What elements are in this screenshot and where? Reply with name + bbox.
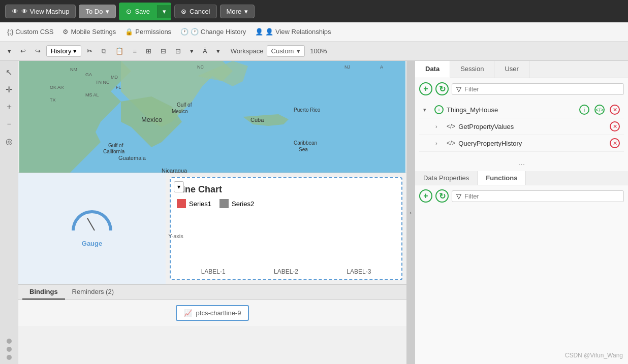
third-toolbar: ▾ ↩ ↪ History ▾ ✂ ⧉ 📋 ≡ ⊞ ⊟ ⊡ ▾ Ā ▾ Work… [0,42,628,61]
more-button[interactable]: More ▾ [220,5,255,18]
cancel-icon: ⊗ [181,8,186,15]
todo-chevron-icon: ▾ [106,8,109,15]
tab-data-properties[interactable]: Data Properties [415,171,478,185]
scroll-indicator-mid [7,347,12,352]
add-data-button[interactable]: + [419,82,432,95]
todo-label: To Do [85,8,103,15]
svg-text:OK AR: OK AR [50,85,64,90]
subtract-tool-icon[interactable]: － [2,117,16,131]
remove-qph-button[interactable]: ✕ [610,138,620,148]
right-panel-collapse[interactable]: › [406,61,415,364]
reminders-tab[interactable]: Reminders (2) [65,285,121,300]
move-tool-icon[interactable]: ✛ [2,82,16,96]
save-arrow-dropdown[interactable]: ▾ [157,5,171,18]
resize-dropdown-button[interactable]: ▾ [186,45,197,57]
refresh-data-button[interactable]: ↻ [435,82,449,95]
workspace-select[interactable]: Custom ▾ [267,45,305,57]
permissions-link[interactable]: 🔒 Permissions [125,28,171,36]
mobile-settings-icon: ⚙ [62,28,69,36]
resize-button[interactable]: ⊡ [172,45,184,57]
remove-gpv-button[interactable]: ✕ [610,121,620,131]
chart-binding-icon: 📈 [184,309,192,317]
change-history-link[interactable]: 🕐 🕐 Change History [180,28,246,36]
cancel-button[interactable]: ⊗ Cancel [174,5,216,18]
right-panel-tabs: Data Session User [415,61,628,78]
text-format-button[interactable]: Ā [199,45,211,57]
gauge-widget-area: Gauge [18,173,166,284]
add-tool-icon[interactable]: ＋ [2,100,16,114]
svg-text:NJ: NJ [344,64,350,70]
thing-icon-myhouse: ○ [434,105,444,114]
remove-myhouse-button[interactable]: ✕ [610,105,620,115]
top-toolbar: 👁 👁 View Mashup To Do ▾ ⊙ Save ▾ ⊗ Cance… [0,0,628,22]
bindings-tab[interactable]: Bindings [22,285,65,300]
tab-functions[interactable]: Functions [478,171,526,185]
custom-css-label: Custom CSS [15,28,53,36]
data-filter-box[interactable]: ▽ [452,83,624,95]
view-mashup-button[interactable]: 👁 👁 View Mashup [5,5,76,18]
tree-item-things-myhouse[interactable]: ▾ ○ Things_MyHouse i </> ✕ [419,102,624,118]
align-left-button[interactable]: ≡ [129,45,140,57]
undo-button[interactable]: ↩ [17,45,29,57]
custom-workspace-label: Custom [271,47,294,55]
text-dropdown-button[interactable]: ▾ [213,45,224,57]
history-dropdown[interactable]: History ▾ [46,45,81,57]
chevron-down-button[interactable]: ▾ [4,45,15,57]
distribute-button[interactable]: ⊟ [157,45,170,57]
cut-button[interactable]: ✂ [83,45,96,57]
custom-css-link[interactable]: {;} Custom CSS [7,28,53,36]
tree-item-getpropertyvalues[interactable]: › </> GetPropertyValues ✕ [419,118,624,135]
save-arrow-icon: ▾ [163,8,166,15]
chart-dropdown[interactable]: ▾ [174,181,184,192]
functions-filter-box[interactable]: ▽ [452,190,624,202]
map-container[interactable]: Mexico Guatemala Nicaragua Cuba Puerto R… [18,61,406,173]
tree-item-querypropertyhistory[interactable]: › </> QueryPropertyHistory ✕ [419,135,624,152]
tree-toggle-gpv[interactable]: › [435,123,444,129]
tab-user[interactable]: User [494,61,529,78]
bottom-right-tabs: Data Properties Functions [415,171,628,185]
svg-text:Guatemala: Guatemala [118,155,146,161]
tab-data[interactable]: Data [415,61,450,78]
bottom-right-panel: Data Properties Functions + ↻ ▽ [415,171,628,211]
workspace-label: Workspace [231,47,264,55]
save-button[interactable]: ⊙ Save ▾ [119,3,171,20]
redo-button[interactable]: ↪ [32,45,44,57]
series2-color-box [219,199,229,208]
chart-widget[interactable]: ▾ Line Chart Series1 Series2 Y-axis [170,177,402,280]
data-filter-input[interactable] [464,85,619,93]
target-tool-icon[interactable]: ◎ [2,134,16,148]
series1-label: Series1 [189,200,211,208]
todo-button[interactable]: To Do ▾ [79,5,116,18]
tree-toggle-qph[interactable]: › [435,140,444,146]
save-main-area[interactable]: ⊙ Save [119,5,157,18]
mobile-settings-link[interactable]: ⚙ Mobile Settings [62,28,116,36]
custom-css-icon: {;} [7,28,13,36]
change-history-label: 🕐 Change History [191,28,246,36]
chart-binding-box[interactable]: 📈 ptcs-chartline-9 [176,305,249,321]
code-icon-qph: </> [447,140,455,147]
copy-button[interactable]: ⧉ [98,45,110,57]
code-action-button[interactable]: </> [594,105,605,115]
x-label-3: LABEL-3 [347,268,371,275]
functions-filter-input[interactable] [464,192,619,200]
left-sidebar: ↖ ✛ ＋ － ◎ [0,61,18,364]
tab-session[interactable]: Session [450,61,494,78]
svg-text:Gulf of: Gulf of [108,143,123,148]
canvas-area: Mexico Guatemala Nicaragua Cuba Puerto R… [18,61,406,364]
svg-text:NC: NC [197,64,204,70]
mobile-settings-label: Mobile Settings [71,28,116,36]
refresh-function-button[interactable]: ↻ [435,189,449,203]
pointer-tool-icon[interactable]: ↖ [2,65,16,79]
legend-item-series2: Series2 [219,199,254,208]
x-label-2: LABEL-2 [274,268,298,275]
svg-text:FL: FL [116,85,121,90]
svg-text:TN NC: TN NC [96,80,110,85]
info-action-button[interactable]: i [579,105,589,115]
tree-toggle-myhouse[interactable]: ▾ [423,107,431,113]
data-panel-actions: + ↻ ▽ [419,82,624,95]
watermark: CSDN @Vifun_Wang [565,352,623,359]
align-cols-button[interactable]: ⊞ [142,45,155,57]
view-relationships-link[interactable]: 👤 👤 View Relationships [255,28,331,36]
paste-button[interactable]: 📋 [112,45,127,57]
add-function-button[interactable]: + [419,189,432,203]
